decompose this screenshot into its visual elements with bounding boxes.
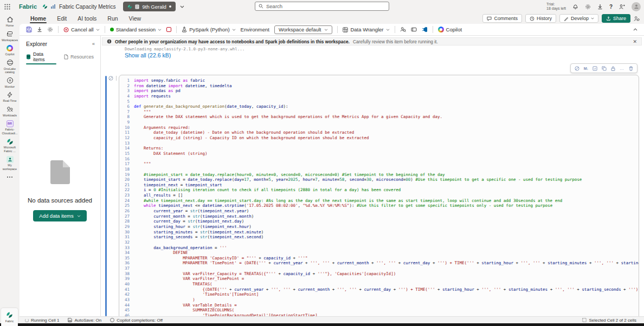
save-icon[interactable]: [26, 27, 32, 32]
lock-cell-icon[interactable]: [611, 66, 615, 71]
line-number: 34: [121, 250, 130, 256]
resize-layout-icon[interactable]: [411, 27, 417, 32]
stop-cell-icon[interactable]: [108, 76, 113, 81]
onelake-icon: [7, 59, 14, 67]
autosave-status[interactable]: AutoSave: On: [68, 318, 101, 323]
code-line: 27 current_month = str(timepoint_next.mo…: [121, 214, 639, 219]
collapse-explorer-icon[interactable]: «: [92, 41, 95, 47]
search-input[interactable]: Search: [255, 2, 389, 11]
topbar-right-cluster: Trial: 18 days left ?: [546, 0, 641, 13]
code-line: 3import pandas as pd: [121, 88, 639, 94]
nav-item-microsoft-fabric[interactable]: Microsoft Fabric ...: [0, 138, 20, 153]
nav-item-label: Workspaces: [2, 38, 18, 42]
export-download-icon[interactable]: [37, 27, 42, 32]
banner-regular-text: Carefully review this item before runnin…: [353, 39, 438, 44]
ribbon-tab-view[interactable]: View: [124, 13, 147, 24]
line-number: 12: [121, 135, 130, 141]
more-cell-actions-icon[interactable]: …: [620, 66, 624, 71]
nav-item-copilot[interactable]: Copilot: [0, 44, 20, 56]
language-selector[interactable]: PySpark (Python): [182, 27, 235, 32]
duplicate-cell-icon[interactable]: [602, 66, 607, 71]
tab-chevron-down-icon[interactable]: [180, 5, 184, 8]
code-line: 31 starting_seconds = str(timepoint_next…: [121, 234, 639, 240]
nav-item-label: Real-Time: [3, 99, 16, 103]
tab-data-items[interactable]: Data items: [26, 51, 56, 64]
banner-close-icon[interactable]: ✕: [633, 39, 637, 44]
account-avatar[interactable]: [632, 2, 641, 11]
msfabric-icon: [7, 138, 14, 145]
code-line: 20 timepoint_start = date_today.replace(…: [121, 177, 639, 182]
line-number: 2: [121, 83, 130, 89]
add-data-items-button[interactable]: Add data items: [33, 210, 86, 221]
nav-item-more[interactable]: [0, 173, 20, 181]
inspect-session-icon[interactable]: [400, 27, 406, 32]
nav-item-home[interactable]: Home: [0, 16, 20, 28]
toolbar-separator: [105, 26, 105, 33]
code-line: 21 timepoint_next = timepoint_start: [121, 182, 639, 188]
nav-item-onelake-catalog[interactable]: OneLake catalog: [0, 59, 20, 74]
workspace-item-icon: [50, 4, 56, 9]
show-all-output-link[interactable]: Show all (22.6 kB): [125, 52, 171, 58]
line-number: 35: [121, 256, 130, 261]
workspace-name[interactable]: Fabric Capacity Metrics: [59, 4, 115, 10]
toolbar-separator: [58, 26, 59, 33]
feedback-person-icon[interactable]: [619, 4, 625, 10]
notebook-tab-title: 9th Gerald: [142, 4, 166, 10]
app-launcher-icon[interactable]: [4, 4, 10, 10]
running-cell-status: Running Cell 1: [25, 318, 59, 323]
code-line: 34 DEFINE: [121, 250, 639, 256]
help-icon[interactable]: ?: [609, 4, 613, 10]
copilot-button[interactable]: Copilot: [438, 27, 462, 32]
unsaved-dot: [169, 5, 171, 8]
notifications-bell-icon[interactable]: [572, 3, 578, 10]
code-editor[interactable]: 1import sempy.fabric as fabric2from date…: [121, 78, 639, 316]
nav-item-workloads[interactable]: Workloads: [0, 106, 20, 118]
code-line: 44 VAR varTable_Details =: [121, 303, 639, 308]
data-wrangler-button[interactable]: Data Wrangler: [343, 27, 389, 32]
environment-label[interactable]: Environment: [241, 27, 269, 32]
session-status-button[interactable]: Standard session: [110, 27, 162, 32]
copilot-icon: [7, 44, 13, 52]
code-cell[interactable]: 1import sempy.fabric as fabric2from date…: [119, 75, 639, 316]
convert-markdown-icon[interactable]: M↓: [584, 67, 588, 70]
nav-item-real-time[interactable]: Real-Time: [0, 91, 20, 103]
nav-item-my-workspace[interactable]: My workspace: [0, 155, 20, 171]
code-line: 6def generate_dax_background_operation(d…: [121, 104, 639, 109]
collapse-ribbon-icon[interactable]: [633, 28, 644, 31]
permissions-person-icon[interactable]: [634, 16, 640, 22]
stop-session-icon[interactable]: [166, 27, 171, 32]
tab-resources[interactable]: Resources: [64, 51, 94, 64]
status-bar: Running Cell 1 AutoSave: On Copilot comp…: [20, 316, 644, 323]
data-wrangler-chevron-icon: [386, 29, 390, 31]
code-line: 15 DAX Statement (string): [121, 151, 639, 157]
ribbon-tab-edit[interactable]: Edit: [51, 13, 72, 24]
nav-item-monitor[interactable]: Monitor: [0, 77, 20, 89]
settings-gear-icon[interactable]: [585, 4, 591, 10]
ribbon-tab-run[interactable]: Run: [102, 13, 123, 24]
ribbon-tab-ai-tools[interactable]: AI tools: [72, 13, 102, 24]
nav-item-fabric-cloudcadi[interactable]: BRFabric-Cloudcadi...: [0, 120, 20, 135]
share-button[interactable]: Share: [602, 14, 630, 23]
pinned-fabric-item[interactable]: Fabric: [1, 308, 18, 326]
ribbon-tab-home[interactable]: Home: [25, 13, 51, 24]
ribbon-actions: Comments History Develop: [482, 14, 644, 23]
myworkspace-icon: [7, 155, 14, 163]
brand-label[interactable]: Fabric: [19, 3, 37, 10]
notebook-settings-gear-icon[interactable]: [47, 27, 53, 32]
comments-button[interactable]: Comments: [482, 14, 522, 23]
cell-copilot-icon[interactable]: [575, 66, 579, 71]
develop-button[interactable]: Develop: [559, 14, 598, 23]
nav-item-label: My workspace: [1, 164, 19, 171]
download-icon[interactable]: [597, 4, 603, 10]
notebook-tab[interactable]: 9th Gerald: [123, 2, 175, 11]
history-button[interactable]: History: [525, 14, 556, 23]
environment-selector[interactable]: Workspace default: [274, 25, 333, 34]
cancel-all-button[interactable]: Cancel all: [63, 27, 100, 32]
delete-cell-icon[interactable]: [629, 66, 633, 71]
move-cell-icon[interactable]: [593, 66, 597, 71]
copilot-completions-status[interactable]: Copilot completions: Off: [110, 318, 163, 323]
nav-item-label: Fabric-Cloudcadi...: [1, 128, 19, 135]
code-line: 41 {(DATE(''' + current_year + ''', ''' …: [121, 287, 639, 292]
vscode-icon[interactable]: [422, 27, 428, 32]
nav-item-workspaces[interactable]: Workspaces: [0, 30, 20, 42]
